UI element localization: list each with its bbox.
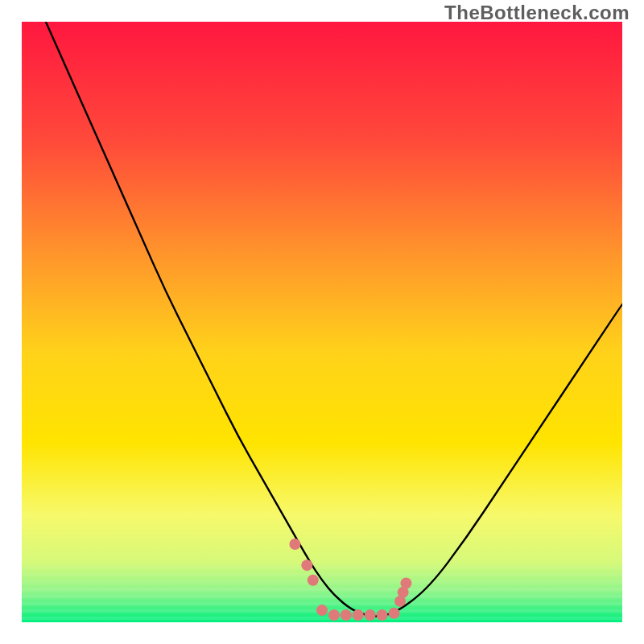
chart-frame: TheBottleneck.com [0, 0, 644, 644]
marker-dot [353, 609, 364, 621]
marker-dot [328, 609, 340, 621]
svg-rect-4 [22, 595, 622, 598]
svg-rect-1 [22, 573, 622, 576]
marker-dot [308, 575, 319, 586]
svg-rect-0 [22, 566, 622, 569]
chart-svg [22, 22, 622, 622]
svg-rect-7 [22, 617, 622, 620]
marker-dot [289, 539, 300, 550]
marker-dot [377, 609, 388, 621]
marker-dot [389, 608, 400, 619]
marker-dot [400, 578, 411, 589]
marker-dot [365, 609, 376, 621]
plot-area [22, 22, 622, 622]
svg-rect-3 [22, 588, 622, 591]
marker-dot [316, 605, 328, 616]
marker-dot [301, 559, 312, 571]
watermark-text: TheBottleneck.com [444, 2, 630, 24]
marker-dot [341, 609, 352, 621]
gradient-background [22, 22, 622, 622]
